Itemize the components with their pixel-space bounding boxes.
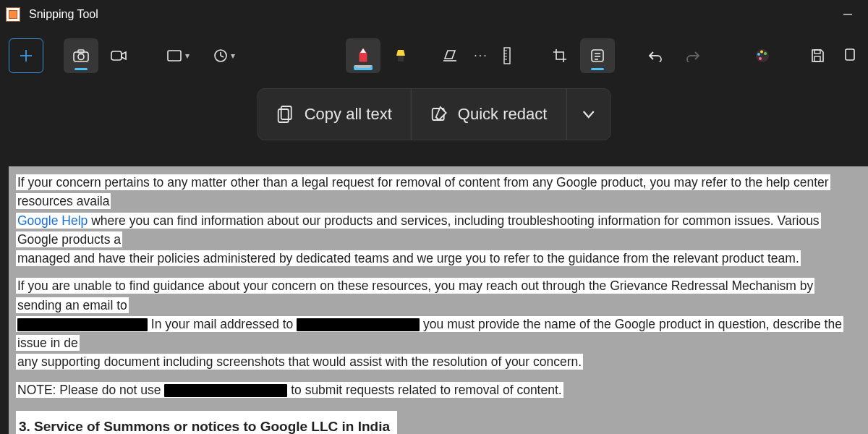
svg-rect-7 (168, 51, 181, 61)
doc-paragraph: NOTE: Please do not use to submit reques… (16, 382, 563, 398)
color-picker-button[interactable] (745, 38, 780, 73)
svg-rect-31 (278, 109, 289, 122)
doc-paragraph: managed and have their policies administ… (16, 250, 801, 266)
pen-tool-button[interactable] (346, 38, 380, 73)
redact-icon (430, 106, 448, 123)
chevron-down-icon: ▾ (185, 51, 190, 61)
copy-all-text-label: Copy all text (305, 105, 392, 124)
svg-rect-13 (504, 48, 510, 64)
doc-paragraph: If you are unable to find guidance about… (16, 278, 814, 312)
svg-rect-28 (814, 56, 820, 61)
snip-mode-camera-button[interactable] (64, 38, 98, 73)
svg-point-4 (78, 54, 84, 60)
chevron-down-icon: ▾ (231, 51, 235, 61)
google-help-link[interactable]: Google Help (17, 213, 88, 228)
doc-paragraph: In your mail addressed to you must provi… (16, 316, 843, 351)
svg-point-24 (760, 51, 763, 54)
toolbar: ▾ ▾ ··· (0, 29, 868, 82)
quick-redact-label: Quick redact (458, 105, 548, 124)
eraser-tool-button[interactable] (433, 38, 467, 73)
svg-rect-6 (111, 51, 122, 60)
app-title: Snipping Tool (29, 8, 98, 21)
snip-mode-video-button[interactable] (101, 38, 136, 73)
redo-button[interactable] (676, 38, 710, 73)
new-snip-button[interactable] (9, 38, 43, 73)
redaction (17, 318, 148, 331)
redaction (164, 384, 287, 397)
svg-point-26 (759, 57, 762, 60)
text-actions-button[interactable] (580, 38, 615, 73)
delay-dropdown[interactable]: ▾ (203, 38, 246, 73)
copy-icon (277, 105, 294, 124)
save-button[interactable] (800, 38, 835, 73)
copy-all-text-button[interactable]: Copy all text (258, 89, 411, 140)
undo-button[interactable] (638, 38, 673, 73)
svg-rect-29 (846, 49, 854, 60)
svg-rect-11 (398, 56, 404, 61)
minimize-button[interactable] (833, 4, 862, 25)
text-actions-bar: Copy all text Quick redact (258, 88, 611, 140)
highlighter-tool-button[interactable] (383, 38, 418, 73)
doc-paragraph: any supporting document including screen… (16, 354, 583, 370)
titlebar: Snipping Tool (0, 0, 868, 29)
redaction (297, 318, 420, 331)
doc-paragraph: If your concern pertains to any matter o… (16, 174, 830, 209)
doc-paragraph: Google Help where you can find informati… (16, 213, 821, 247)
chevron-down-icon (581, 109, 595, 119)
svg-rect-30 (281, 106, 292, 119)
quick-redact-button[interactable]: Quick redact (412, 89, 566, 140)
copy-button[interactable] (839, 38, 859, 73)
app-icon (6, 7, 20, 22)
doc-heading: 3. Service of Summons or notices to Goog… (16, 411, 397, 434)
svg-point-25 (764, 52, 767, 55)
ruler-tool-button[interactable] (495, 38, 519, 73)
crop-tool-button[interactable] (542, 38, 577, 73)
shapes-menu-button[interactable]: ··· (470, 38, 492, 73)
captured-document: If your concern pertains to any matter o… (9, 166, 868, 434)
text-actions-collapse-button[interactable] (566, 89, 610, 140)
svg-rect-5 (78, 50, 84, 53)
svg-point-23 (757, 53, 760, 56)
snip-shape-dropdown[interactable]: ▾ (156, 38, 200, 73)
svg-line-10 (221, 56, 224, 57)
